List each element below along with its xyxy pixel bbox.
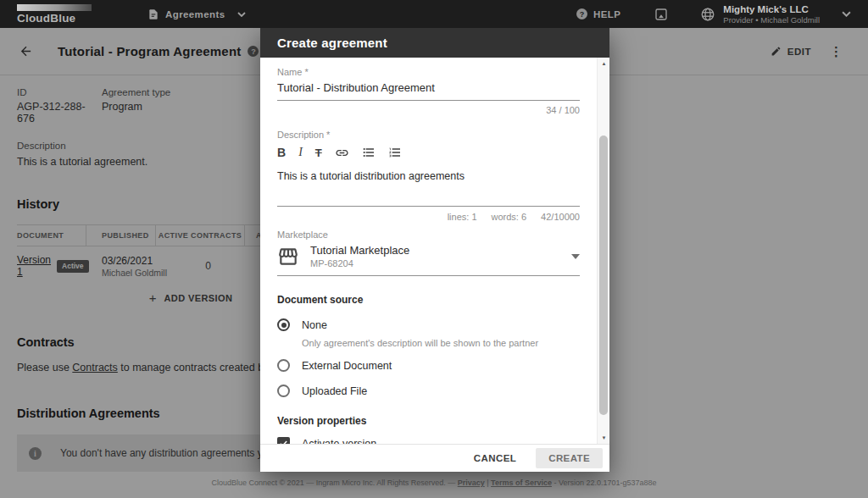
- globe-icon: [700, 7, 715, 22]
- marketplace-label: Marketplace: [277, 230, 580, 240]
- account-chevron-down-icon[interactable]: [842, 11, 851, 17]
- link-icon[interactable]: [335, 146, 349, 159]
- marketplace-name: Tutorial Marketplace: [310, 244, 409, 257]
- radio-uploaded-file[interactable]: Uploaded File: [277, 385, 580, 397]
- help-label: HELP: [593, 9, 620, 19]
- words-counter: words: 6: [492, 212, 527, 222]
- account-name: Mighty Mick's LLC: [723, 4, 820, 15]
- account-menu[interactable]: Mighty Mick's LLC Provider • Michael Gol…: [700, 4, 820, 25]
- radio-none[interactable]: None: [277, 318, 580, 331]
- dropdown-caret-icon: [571, 254, 580, 259]
- version-properties-heading: Version properties: [277, 415, 580, 427]
- activate-version-label: Activate version: [302, 438, 376, 445]
- radio-unselected-icon: [277, 385, 290, 397]
- numbered-list-icon[interactable]: [388, 146, 402, 159]
- help-icon: ?: [576, 8, 587, 19]
- bulleted-list-icon[interactable]: [362, 146, 376, 159]
- modal-body: Name * 34 / 100 Description * B I T This…: [260, 58, 609, 444]
- strikethrough-icon[interactable]: T: [315, 146, 322, 159]
- document-source-heading: Document source: [277, 294, 580, 306]
- apps-switcher-icon: [654, 8, 668, 21]
- cloudblue-logo-text: CloudBlue: [17, 13, 95, 24]
- marketplace-select[interactable]: Tutorial Marketplace MP-68204: [277, 244, 580, 276]
- radio-external-document-label: External Document: [302, 360, 392, 372]
- help-button[interactable]: ? HELP: [576, 8, 620, 19]
- description-underline: [277, 206, 580, 207]
- nav-agreements-label: Agreements: [165, 9, 225, 19]
- name-char-counter: 34 / 100: [277, 105, 580, 115]
- description-field-label: Description *: [277, 130, 580, 140]
- radio-uploaded-file-label: Uploaded File: [302, 385, 367, 397]
- scrollbar-thumb[interactable]: [599, 136, 608, 415]
- radio-none-label: None: [302, 319, 327, 331]
- storefront-icon: [277, 246, 299, 268]
- scrollbar-up-icon[interactable]: ▲: [598, 61, 609, 66]
- description-stats: lines: 1 words: 6 42/10000: [277, 212, 580, 222]
- checkbox-checked-icon: [277, 437, 290, 444]
- name-field-label: Name *: [277, 67, 580, 77]
- apps-switcher-button[interactable]: [654, 8, 668, 21]
- chevron-down-icon: [237, 12, 246, 17]
- lines-counter: lines: 1: [448, 212, 477, 222]
- activate-version-checkbox-row[interactable]: Activate version: [277, 437, 580, 444]
- bold-icon[interactable]: B: [277, 146, 286, 159]
- nav-agreements[interactable]: Agreements: [147, 8, 246, 20]
- radio-unselected-icon: [277, 359, 290, 372]
- account-role: Provider • Michael Goldmill: [723, 15, 820, 25]
- modal-scrollbar[interactable]: ▲ ▼: [597, 58, 609, 444]
- create-agreement-modal: Create agreement Name * 34 / 100 Descrip…: [260, 28, 609, 472]
- chars-counter: 42/10000: [541, 212, 580, 222]
- document-icon: [147, 8, 159, 20]
- topbar: CloudBlue Agreements ? HELP Mighty Mick'…: [0, 0, 868, 28]
- cloudblue-logo[interactable]: CloudBlue: [17, 4, 95, 24]
- radio-external-document[interactable]: External Document: [277, 359, 580, 372]
- modal-header: Create agreement: [260, 28, 609, 58]
- description-editor[interactable]: This is a tutorial distribution agreemen…: [277, 170, 580, 204]
- radio-selected-icon: [277, 318, 290, 331]
- create-button[interactable]: CREATE: [536, 448, 603, 468]
- modal-title: Create agreement: [277, 36, 387, 50]
- cancel-button[interactable]: CANCEL: [463, 448, 527, 468]
- richtext-toolbar: B I T: [277, 146, 580, 159]
- radio-none-helper: Only agreement's description will be sho…: [302, 338, 580, 348]
- italic-icon[interactable]: I: [298, 146, 303, 159]
- modal-footer: CANCEL CREATE: [260, 444, 609, 472]
- cloudblue-logo-gradient-bar: [17, 4, 92, 11]
- name-input[interactable]: [277, 77, 580, 101]
- scrollbar-down-icon[interactable]: ▼: [598, 435, 609, 440]
- marketplace-id: MP-68204: [310, 258, 409, 268]
- topbar-right: ? HELP Mighty Mick's LLC Provider • Mich…: [576, 4, 868, 25]
